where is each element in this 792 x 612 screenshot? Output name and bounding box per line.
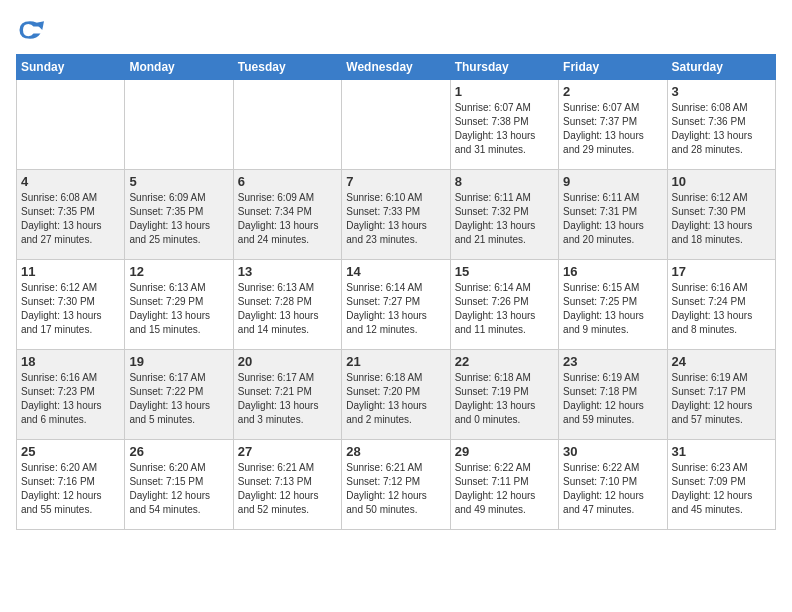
calendar-cell: 11Sunrise: 6:12 AM Sunset: 7:30 PM Dayli… <box>17 260 125 350</box>
day-info: Sunrise: 6:20 AM Sunset: 7:16 PM Dayligh… <box>21 461 120 517</box>
weekday-header-saturday: Saturday <box>667 55 775 80</box>
day-number: 7 <box>346 174 445 189</box>
day-info: Sunrise: 6:21 AM Sunset: 7:13 PM Dayligh… <box>238 461 337 517</box>
day-number: 25 <box>21 444 120 459</box>
day-number: 2 <box>563 84 662 99</box>
day-number: 5 <box>129 174 228 189</box>
weekday-header-thursday: Thursday <box>450 55 558 80</box>
day-info: Sunrise: 6:17 AM Sunset: 7:21 PM Dayligh… <box>238 371 337 427</box>
calendar-cell: 27Sunrise: 6:21 AM Sunset: 7:13 PM Dayli… <box>233 440 341 530</box>
calendar-cell: 13Sunrise: 6:13 AM Sunset: 7:28 PM Dayli… <box>233 260 341 350</box>
calendar-cell: 6Sunrise: 6:09 AM Sunset: 7:34 PM Daylig… <box>233 170 341 260</box>
calendar-cell: 20Sunrise: 6:17 AM Sunset: 7:21 PM Dayli… <box>233 350 341 440</box>
day-number: 27 <box>238 444 337 459</box>
calendar-week-5: 25Sunrise: 6:20 AM Sunset: 7:16 PM Dayli… <box>17 440 776 530</box>
calendar-cell <box>342 80 450 170</box>
day-number: 12 <box>129 264 228 279</box>
calendar-cell: 9Sunrise: 6:11 AM Sunset: 7:31 PM Daylig… <box>559 170 667 260</box>
weekday-header-wednesday: Wednesday <box>342 55 450 80</box>
day-info: Sunrise: 6:22 AM Sunset: 7:11 PM Dayligh… <box>455 461 554 517</box>
weekday-header-tuesday: Tuesday <box>233 55 341 80</box>
day-number: 20 <box>238 354 337 369</box>
day-number: 16 <box>563 264 662 279</box>
day-number: 26 <box>129 444 228 459</box>
day-info: Sunrise: 6:16 AM Sunset: 7:24 PM Dayligh… <box>672 281 771 337</box>
day-number: 18 <box>21 354 120 369</box>
day-number: 4 <box>21 174 120 189</box>
calendar-cell: 17Sunrise: 6:16 AM Sunset: 7:24 PM Dayli… <box>667 260 775 350</box>
day-number: 28 <box>346 444 445 459</box>
day-info: Sunrise: 6:23 AM Sunset: 7:09 PM Dayligh… <box>672 461 771 517</box>
day-number: 1 <box>455 84 554 99</box>
day-number: 15 <box>455 264 554 279</box>
day-info: Sunrise: 6:16 AM Sunset: 7:23 PM Dayligh… <box>21 371 120 427</box>
day-info: Sunrise: 6:12 AM Sunset: 7:30 PM Dayligh… <box>672 191 771 247</box>
day-number: 13 <box>238 264 337 279</box>
day-number: 22 <box>455 354 554 369</box>
logo-icon <box>16 16 44 44</box>
page-header <box>16 16 776 44</box>
calendar-week-2: 4Sunrise: 6:08 AM Sunset: 7:35 PM Daylig… <box>17 170 776 260</box>
calendar-table: SundayMondayTuesdayWednesdayThursdayFrid… <box>16 54 776 530</box>
day-number: 19 <box>129 354 228 369</box>
day-info: Sunrise: 6:19 AM Sunset: 7:18 PM Dayligh… <box>563 371 662 427</box>
weekday-header-monday: Monday <box>125 55 233 80</box>
day-number: 29 <box>455 444 554 459</box>
day-info: Sunrise: 6:17 AM Sunset: 7:22 PM Dayligh… <box>129 371 228 427</box>
day-number: 21 <box>346 354 445 369</box>
calendar-cell <box>125 80 233 170</box>
calendar-cell: 18Sunrise: 6:16 AM Sunset: 7:23 PM Dayli… <box>17 350 125 440</box>
day-number: 30 <box>563 444 662 459</box>
calendar-cell: 23Sunrise: 6:19 AM Sunset: 7:18 PM Dayli… <box>559 350 667 440</box>
calendar-cell: 19Sunrise: 6:17 AM Sunset: 7:22 PM Dayli… <box>125 350 233 440</box>
calendar-week-1: 1Sunrise: 6:07 AM Sunset: 7:38 PM Daylig… <box>17 80 776 170</box>
day-number: 9 <box>563 174 662 189</box>
day-number: 10 <box>672 174 771 189</box>
day-info: Sunrise: 6:13 AM Sunset: 7:29 PM Dayligh… <box>129 281 228 337</box>
day-info: Sunrise: 6:12 AM Sunset: 7:30 PM Dayligh… <box>21 281 120 337</box>
calendar-header: SundayMondayTuesdayWednesdayThursdayFrid… <box>17 55 776 80</box>
day-number: 14 <box>346 264 445 279</box>
day-info: Sunrise: 6:08 AM Sunset: 7:36 PM Dayligh… <box>672 101 771 157</box>
calendar-week-4: 18Sunrise: 6:16 AM Sunset: 7:23 PM Dayli… <box>17 350 776 440</box>
day-info: Sunrise: 6:08 AM Sunset: 7:35 PM Dayligh… <box>21 191 120 247</box>
day-info: Sunrise: 6:15 AM Sunset: 7:25 PM Dayligh… <box>563 281 662 337</box>
day-number: 6 <box>238 174 337 189</box>
weekday-header-friday: Friday <box>559 55 667 80</box>
day-info: Sunrise: 6:14 AM Sunset: 7:26 PM Dayligh… <box>455 281 554 337</box>
calendar-cell: 5Sunrise: 6:09 AM Sunset: 7:35 PM Daylig… <box>125 170 233 260</box>
calendar-cell: 25Sunrise: 6:20 AM Sunset: 7:16 PM Dayli… <box>17 440 125 530</box>
day-info: Sunrise: 6:14 AM Sunset: 7:27 PM Dayligh… <box>346 281 445 337</box>
calendar-cell: 24Sunrise: 6:19 AM Sunset: 7:17 PM Dayli… <box>667 350 775 440</box>
calendar-cell: 21Sunrise: 6:18 AM Sunset: 7:20 PM Dayli… <box>342 350 450 440</box>
day-info: Sunrise: 6:13 AM Sunset: 7:28 PM Dayligh… <box>238 281 337 337</box>
day-info: Sunrise: 6:19 AM Sunset: 7:17 PM Dayligh… <box>672 371 771 427</box>
calendar-cell <box>233 80 341 170</box>
day-info: Sunrise: 6:07 AM Sunset: 7:38 PM Dayligh… <box>455 101 554 157</box>
day-number: 3 <box>672 84 771 99</box>
calendar-cell: 15Sunrise: 6:14 AM Sunset: 7:26 PM Dayli… <box>450 260 558 350</box>
calendar-cell: 1Sunrise: 6:07 AM Sunset: 7:38 PM Daylig… <box>450 80 558 170</box>
day-number: 24 <box>672 354 771 369</box>
calendar-cell: 30Sunrise: 6:22 AM Sunset: 7:10 PM Dayli… <box>559 440 667 530</box>
day-info: Sunrise: 6:18 AM Sunset: 7:19 PM Dayligh… <box>455 371 554 427</box>
weekday-header-sunday: Sunday <box>17 55 125 80</box>
calendar-cell: 4Sunrise: 6:08 AM Sunset: 7:35 PM Daylig… <box>17 170 125 260</box>
day-info: Sunrise: 6:09 AM Sunset: 7:34 PM Dayligh… <box>238 191 337 247</box>
day-info: Sunrise: 6:20 AM Sunset: 7:15 PM Dayligh… <box>129 461 228 517</box>
calendar-cell: 31Sunrise: 6:23 AM Sunset: 7:09 PM Dayli… <box>667 440 775 530</box>
calendar-cell: 7Sunrise: 6:10 AM Sunset: 7:33 PM Daylig… <box>342 170 450 260</box>
day-info: Sunrise: 6:22 AM Sunset: 7:10 PM Dayligh… <box>563 461 662 517</box>
calendar-cell: 26Sunrise: 6:20 AM Sunset: 7:15 PM Dayli… <box>125 440 233 530</box>
weekday-header-row: SundayMondayTuesdayWednesdayThursdayFrid… <box>17 55 776 80</box>
calendar-cell: 14Sunrise: 6:14 AM Sunset: 7:27 PM Dayli… <box>342 260 450 350</box>
calendar-cell: 22Sunrise: 6:18 AM Sunset: 7:19 PM Dayli… <box>450 350 558 440</box>
calendar-cell: 16Sunrise: 6:15 AM Sunset: 7:25 PM Dayli… <box>559 260 667 350</box>
calendar-body: 1Sunrise: 6:07 AM Sunset: 7:38 PM Daylig… <box>17 80 776 530</box>
calendar-cell: 12Sunrise: 6:13 AM Sunset: 7:29 PM Dayli… <box>125 260 233 350</box>
day-info: Sunrise: 6:09 AM Sunset: 7:35 PM Dayligh… <box>129 191 228 247</box>
day-info: Sunrise: 6:18 AM Sunset: 7:20 PM Dayligh… <box>346 371 445 427</box>
logo <box>16 16 48 44</box>
calendar-cell: 3Sunrise: 6:08 AM Sunset: 7:36 PM Daylig… <box>667 80 775 170</box>
calendar-cell: 10Sunrise: 6:12 AM Sunset: 7:30 PM Dayli… <box>667 170 775 260</box>
